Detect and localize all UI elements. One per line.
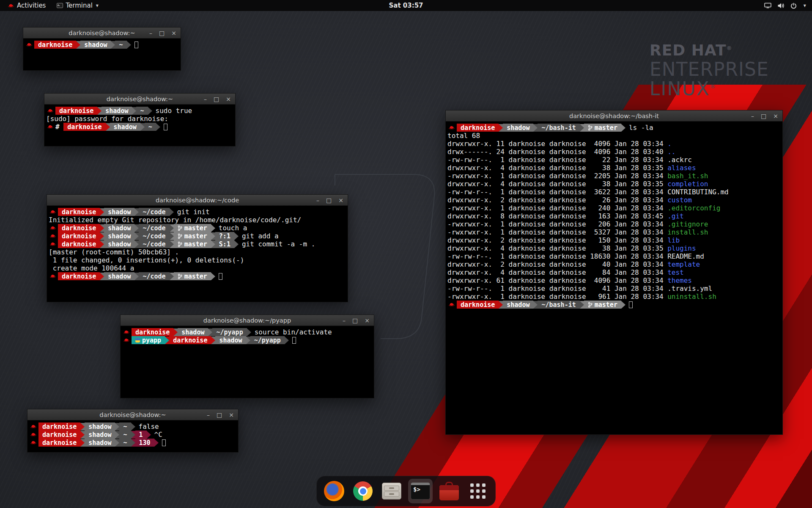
prompt-segment-exit: 130 (135, 439, 154, 447)
command-text: ^C (151, 431, 162, 439)
terminal-line: drwxrwxr-x. 4 darknoise darknoise 38 Jan… (447, 164, 781, 172)
maximize-button[interactable]: □ (217, 409, 222, 420)
terminal-text: -rw-rw-r--. 1 darknoise darknoise 22 Jan… (447, 156, 667, 164)
window-titlebar[interactable]: darknoise@shadow:~–□× (23, 28, 181, 39)
minimize-button[interactable]: – (343, 315, 346, 326)
chrome-icon (353, 481, 373, 501)
window-titlebar[interactable]: darknoise@shadow:~/bash-it–□× (446, 110, 782, 121)
powerline-separator (100, 224, 104, 232)
close-button[interactable]: × (773, 110, 778, 121)
close-button[interactable]: × (171, 28, 176, 39)
terminal-text: total 68 (447, 132, 480, 140)
terminal-content[interactable]: darknoiseshadow~falsedarknoiseshadow~1^C… (27, 420, 238, 452)
terminal-line: -rwxrwxr-x. 1 darknoise darknoise 206 Ja… (447, 220, 781, 228)
minimize-button[interactable]: – (751, 110, 754, 121)
powerline-separator (131, 439, 135, 447)
activities-button[interactable]: Activities (3, 0, 50, 11)
powerline-separator (234, 232, 239, 240)
redhat-prompt-icon (448, 125, 455, 130)
dock-item-app-grid[interactable] (466, 479, 490, 503)
window-controls: –□× (343, 315, 370, 326)
command-text: git commit -a -m . (239, 240, 315, 248)
maximize-button[interactable]: □ (326, 195, 332, 206)
terminal-content[interactable]: darknoiseshadow~/pyappsource bin/activat… (121, 326, 374, 398)
minimize-button[interactable]: – (149, 28, 152, 39)
window-controls: –□× (149, 28, 176, 39)
powerline-separator (580, 124, 584, 132)
terminal-line: darknoiseshadow~/codemastertouch a (49, 224, 346, 232)
display-icon (764, 3, 771, 8)
window-titlebar[interactable]: darknoise@shadow:~/code–□× (47, 195, 348, 206)
terminal-window-w5[interactable]: darknoise@shadow:~–□×darknoiseshadow~fal… (27, 409, 239, 453)
window-titlebar[interactable]: darknoise@shadow:~–□× (27, 409, 238, 420)
minimize-button[interactable]: – (207, 409, 210, 420)
python-icon (135, 338, 140, 342)
maximize-button[interactable]: □ (159, 28, 165, 39)
dock-item-firefox[interactable] (322, 479, 346, 503)
terminal-window-w6[interactable]: darknoise@shadow:~/bash-it–□×darknoisesh… (445, 110, 783, 435)
terminal-window-w3[interactable]: darknoise@shadow:~/code–□×darknoiseshado… (47, 194, 348, 302)
terminal-window-w2[interactable]: darknoise@shadow:~–□×darknoiseshadow~sud… (44, 93, 236, 146)
clock[interactable]: Sat 03:57 (0, 2, 812, 9)
dock-item-toolbox[interactable] (437, 479, 461, 503)
file-name: .travis.yml (667, 284, 712, 293)
git-branch-icon (178, 241, 182, 247)
dock-item-files[interactable] (379, 479, 404, 503)
window-titlebar[interactable]: darknoise@shadow:~–□× (44, 94, 235, 105)
terminal-line: -rwxrwxr-x. 1 darknoise darknoise 240 Ja… (447, 204, 781, 212)
window-titlebar[interactable]: darknoise@shadow:~/pyapp–□× (121, 315, 374, 326)
terminal-cursor (219, 273, 222, 280)
app-menu-label: Terminal (66, 2, 92, 9)
terminal-text: drwx------. 24 darknoise darknoise 4096 … (447, 148, 667, 156)
git-branch-icon (178, 273, 182, 279)
prompt-segment-host: shadow (104, 208, 134, 216)
prompt-segment-user: darknoise (55, 107, 97, 115)
powerline-separator (246, 337, 250, 344)
file-name: uninstall.sh (667, 293, 716, 301)
system-status-area[interactable]: ▼ (758, 0, 812, 11)
terminal-cursor (629, 301, 633, 308)
terminal-line: darknoiseshadow~/codemaster (49, 272, 346, 280)
terminal-line: # darknoiseshadow~ (46, 123, 234, 131)
git-branch-icon (588, 302, 593, 308)
powerline-separator (100, 273, 104, 280)
dock-item-chrome[interactable] (351, 479, 375, 503)
terminal-line: drwxrwxr-x. 2 darknoise darknoise 150 Ja… (447, 236, 781, 244)
app-menu-terminal[interactable]: Terminal ▼ (52, 0, 103, 11)
prompt-segment-path: ~/bash-it (538, 124, 579, 132)
terminal-text: drwxrwxr-x. 2 darknoise darknoise 40 Jan… (447, 260, 667, 268)
terminal-window-w4[interactable]: darknoise@shadow:~/pyapp–□×darknoiseshad… (120, 315, 374, 398)
terminal-line: -rw-rw-r--. 1 darknoise darknoise 3622 J… (447, 188, 781, 196)
terminal-text: -rwxrwxr-x. 1 darknoise darknoise 5327 J… (447, 228, 667, 236)
close-button[interactable]: × (226, 94, 231, 105)
prompt-segment-path: ~ (145, 123, 156, 131)
prompt-segment-host: shadow (178, 328, 208, 336)
terminal-content[interactable]: darknoiseshadow~/bash-itmasterls -latota… (446, 121, 782, 434)
app-grid-icon (470, 483, 486, 499)
dock-item-terminal[interactable]: $> (408, 479, 433, 503)
close-button[interactable]: × (338, 195, 343, 206)
window-controls: –□× (316, 195, 343, 206)
terminal-content[interactable]: darknoiseshadow~sudo true[sudo] password… (44, 105, 235, 146)
window-title: darknoise@shadow:~ (99, 411, 166, 418)
close-button[interactable]: × (229, 409, 234, 420)
maximize-button[interactable]: □ (352, 315, 358, 326)
prompt-segment-exit: 1 (135, 431, 147, 439)
maximize-button[interactable]: □ (761, 110, 766, 121)
command-text: git init (174, 208, 210, 216)
terminal-line: drwxrwxr-x. 8 darknoise darknoise 163 Ja… (447, 212, 781, 220)
terminal-content[interactable]: darknoiseshadow~/codegit initInitialized… (47, 206, 348, 302)
terminal-line: pyappdarknoiseshadow~/pyapp (122, 336, 373, 344)
minimize-button[interactable]: – (316, 195, 319, 206)
powerline-separator (234, 240, 239, 248)
minimize-button[interactable]: – (204, 94, 207, 105)
maximize-button[interactable]: □ (214, 94, 219, 105)
close-button[interactable]: × (365, 315, 370, 326)
window-title: darknoise@shadow:~/code (156, 197, 239, 204)
prompt-segment-host: shadow (85, 422, 115, 431)
prompt-segment-host: shadow (503, 301, 533, 309)
powerline-separator (132, 107, 136, 115)
terminal-line: [sudo] password for darknoise: (46, 115, 234, 123)
terminal-window-w1[interactable]: darknoise@shadow:~–□×darknoiseshadow~ (23, 27, 181, 71)
terminal-content[interactable]: darknoiseshadow~ (23, 39, 181, 70)
